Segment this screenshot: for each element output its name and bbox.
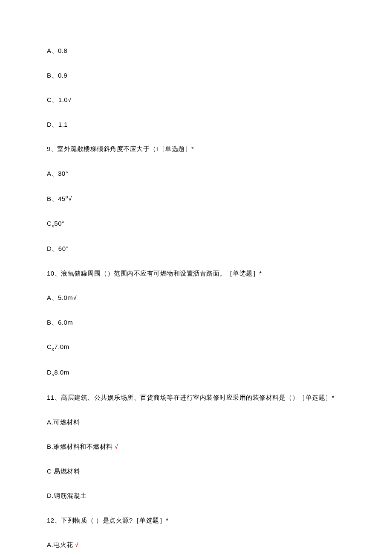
q9-option-d: D、60° <box>47 244 345 254</box>
q10-option-c: Cx7.0m <box>47 342 345 353</box>
q9-option-c: Cx50° <box>47 219 345 230</box>
q10-option-a: A、5.0m√ <box>47 293 345 303</box>
q8-option-c-mark: √ <box>68 96 72 103</box>
q8-option-c-value: 1.0 <box>58 96 68 103</box>
check-mark-icon: √ <box>75 541 79 548</box>
q10-option-d-value: 8.0m <box>54 369 69 376</box>
q10-option-a-prefix: A、 <box>47 294 58 301</box>
q11-text: 11、高层建筑、公共娱乐场所、百货商场等在进行室内装修时应采用的装修材料是（）［… <box>47 393 345 403</box>
q8-option-c-prefix: C、 <box>47 96 58 103</box>
q10-option-c-value: 7.0m <box>54 343 69 350</box>
q9-option-b-prefix: B、45 <box>47 195 66 202</box>
q9-option-c-prefix: C <box>47 220 52 227</box>
q9-option-b-mark: √ <box>68 195 72 202</box>
q11-option-c: C 易燃材料 <box>47 467 345 477</box>
q9-option-c-value: 50° <box>54 220 64 227</box>
check-mark-icon: √ <box>115 443 118 450</box>
q11-option-d: D.钢筋混凝土 <box>47 491 345 501</box>
q12-text: 12、下列物质（ ）是点火源?［单选题］* <box>47 516 345 526</box>
q12-option-a: A.电火花√ <box>47 540 345 550</box>
q11-option-a: A.可燃材料 <box>47 418 345 427</box>
q8-option-c: C、1.0√ <box>47 95 345 105</box>
q8-option-b: B、0.9 <box>47 71 345 81</box>
q10-option-d-prefix: D <box>47 369 52 376</box>
q10-option-a-value: 5.0m <box>58 294 73 301</box>
q9-option-b: B、45o√ <box>47 193 345 204</box>
q10-text: 10、液氧储罐周围（）范围内不应有可燃物和设置沥青路面。［单选题］* <box>47 269 345 279</box>
q9-text: 9、室外疏散楼梯倾斜角度不应大于（I［单选题］* <box>47 144 345 154</box>
q10-option-b: B、6.0m <box>47 318 345 328</box>
q10-option-d: Ds8.0m <box>47 368 345 378</box>
q10-option-a-mark: √ <box>73 294 77 301</box>
q8-option-a: A、0.8 <box>47 46 345 56</box>
q10-option-c-prefix: C <box>47 343 52 350</box>
q12-option-a-text: A.电火花 <box>47 541 73 548</box>
q8-option-d: D、1.1 <box>47 120 345 130</box>
q9-option-a: A、30° <box>47 169 345 179</box>
q11-option-b-text: B.难燃材料和不燃材料 <box>47 443 113 450</box>
q11-option-b: B.难燃材料和不燃材料√ <box>47 442 345 452</box>
